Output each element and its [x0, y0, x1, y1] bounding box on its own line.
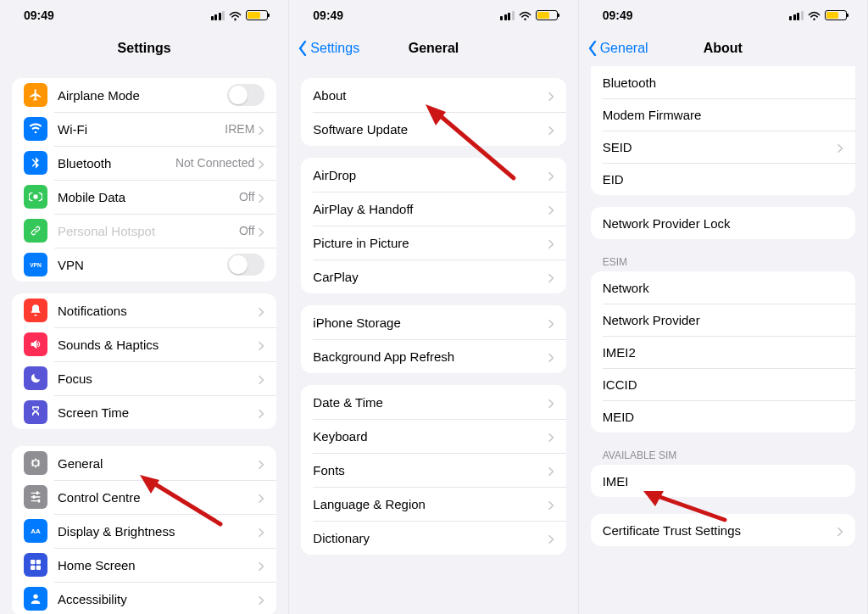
row-focus[interactable]: Focus	[12, 361, 276, 395]
row-iccid[interactable]: ICCID	[591, 368, 855, 400]
chevron-right-icon	[837, 525, 843, 535]
row-screentime[interactable]: Screen Time	[12, 395, 276, 429]
sliders-icon	[24, 485, 47, 509]
status-right	[500, 10, 558, 20]
wifi-icon	[229, 10, 242, 20]
chevron-right-icon	[258, 305, 264, 315]
row-label: Network Provider Lock	[603, 216, 843, 231]
row-network[interactable]: Network	[591, 271, 855, 304]
row-dict[interactable]: Dictionary	[301, 521, 565, 555]
row-label: Network	[603, 281, 843, 295]
nav-title: Settings	[118, 41, 171, 56]
vpn-icon: VPN	[24, 253, 47, 276]
row-label: MEID	[603, 410, 843, 424]
row-seid[interactable]: SEID	[591, 131, 855, 163]
row-imei[interactable]: IMEI	[591, 465, 855, 497]
row-nprovider[interactable]: Network Provider	[591, 304, 855, 336]
row-datetime[interactable]: Date & Time	[301, 385, 565, 419]
row-display[interactable]: AADisplay & Brightness	[12, 514, 276, 548]
group-general: GeneralControl CentreAADisplay & Brightn…	[12, 446, 276, 614]
row-home[interactable]: Home Screen	[12, 548, 276, 582]
chevron-right-icon	[548, 431, 554, 441]
row-label: IMEI2	[603, 345, 843, 360]
cellular-icon	[789, 11, 804, 20]
toggle[interactable]	[227, 254, 264, 276]
row-about[interactable]: About	[301, 78, 565, 112]
row-carplay[interactable]: CarPlay	[301, 260, 565, 293]
status-right	[789, 10, 847, 20]
navbar: Settings	[0, 31, 288, 66]
row-hotspot[interactable]: Personal HotspotOff	[12, 214, 276, 248]
link-icon	[24, 219, 47, 243]
row-value: IREM	[225, 122, 254, 136]
back-button[interactable]: General	[587, 31, 648, 66]
row-meid[interactable]: MEID	[591, 400, 855, 433]
group-datetime: Date & TimeKeyboardFontsLanguage & Regio…	[301, 385, 565, 555]
cellular-icon	[500, 11, 515, 20]
row-nplock[interactable]: Network Provider Lock	[591, 207, 855, 239]
row-value: Off	[239, 190, 254, 204]
row-cert[interactable]: Certificate Trust Settings	[591, 514, 855, 546]
row-lang[interactable]: Language & Region	[301, 487, 565, 521]
row-bt[interactable]: Bluetooth	[591, 66, 855, 98]
row-value: Not Connected	[175, 156, 254, 170]
row-fonts[interactable]: Fonts	[301, 453, 565, 487]
row-storage[interactable]: iPhone Storage	[301, 305, 565, 339]
screen-about: 09:49 General About BluetoothModem Firmw…	[579, 0, 868, 614]
row-general[interactable]: General	[12, 446, 276, 480]
row-software[interactable]: Software Update	[301, 112, 565, 146]
row-eid[interactable]: EID	[591, 163, 855, 195]
row-label: Background App Refresh	[313, 349, 547, 364]
moon-icon	[24, 366, 47, 390]
row-label: Display & Brightness	[58, 524, 258, 539]
group-storage: iPhone StorageBackground App Refresh	[301, 305, 565, 373]
row-bluetooth[interactable]: BluetoothNot Connected	[12, 146, 276, 180]
svg-rect-5	[31, 566, 35, 570]
row-wifi[interactable]: Wi-FiIREM	[12, 112, 276, 146]
wifi-icon	[519, 10, 531, 20]
bluetooth-icon	[24, 151, 47, 175]
row-airdrop[interactable]: AirDrop	[301, 158, 565, 192]
row-airplay[interactable]: AirPlay & Handoff	[301, 192, 565, 226]
svg-rect-4	[36, 560, 41, 564]
row-label: iPhone Storage	[313, 315, 547, 330]
row-keyboard[interactable]: Keyboard	[301, 419, 565, 453]
chevron-right-icon	[258, 526, 264, 536]
row-control[interactable]: Control Centre	[12, 480, 276, 514]
svg-point-7	[33, 594, 37, 599]
row-label: Fonts	[313, 463, 547, 477]
row-label: Dictionary	[313, 531, 547, 545]
row-airplane[interactable]: Airplane Mode	[12, 78, 276, 112]
status-time: 09:49	[313, 8, 343, 22]
navbar: Settings General	[289, 31, 577, 66]
row-label: Bluetooth	[603, 75, 843, 90]
status-right	[211, 10, 269, 20]
row-accessibility[interactable]: Accessibility	[12, 582, 276, 614]
row-notifications[interactable]: Notifications	[12, 293, 276, 327]
row-imei2[interactable]: IMEI2	[591, 336, 855, 368]
group-nplock: Network Provider Lock	[591, 207, 855, 239]
row-label: Wi-Fi	[58, 122, 225, 137]
row-label: About	[313, 88, 547, 103]
chevron-right-icon	[548, 124, 554, 134]
group-esim: NetworkNetwork ProviderIMEI2ICCIDMEID	[591, 271, 855, 433]
group-connectivity: Airplane ModeWi-FiIREMBluetoothNot Conne…	[12, 78, 276, 282]
svg-text:VPN: VPN	[30, 262, 42, 268]
row-refresh[interactable]: Background App Refresh	[301, 339, 565, 373]
chevron-right-icon	[548, 351, 554, 361]
row-pip[interactable]: Picture in Picture	[301, 226, 565, 260]
row-label: Sounds & Haptics	[58, 338, 258, 352]
row-label: Focus	[58, 371, 258, 386]
row-sounds[interactable]: Sounds & Haptics	[12, 327, 276, 361]
row-mobile[interactable]: Mobile DataOff	[12, 180, 276, 214]
back-button[interactable]: Settings	[298, 31, 359, 66]
row-label: Language & Region	[313, 497, 547, 511]
row-label: Mobile Data	[58, 190, 239, 204]
row-vpn[interactable]: VPNVPN	[12, 248, 276, 282]
toggle[interactable]	[227, 84, 264, 106]
bell-icon	[24, 299, 47, 322]
row-modem[interactable]: Modem Firmware	[591, 98, 855, 131]
svg-rect-6	[36, 566, 41, 570]
navbar: General About	[579, 31, 867, 66]
chevron-right-icon	[258, 158, 264, 168]
